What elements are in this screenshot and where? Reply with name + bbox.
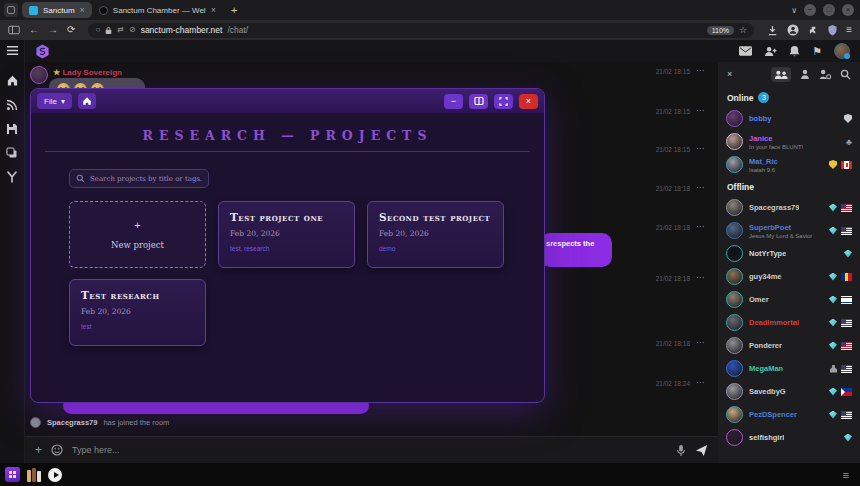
profile-icon[interactable] <box>800 69 810 80</box>
member-avatar[interactable] <box>726 291 743 308</box>
tab-sanctum[interactable]: Sanctum × <box>22 2 92 18</box>
shield-icon[interactable] <box>828 25 837 36</box>
project-search[interactable] <box>69 169 209 188</box>
member-row[interactable]: NotYrType <box>726 242 852 265</box>
tracking-blocked-icon[interactable]: ⊘ <box>129 26 136 34</box>
more-options-icon[interactable]: ⋯ <box>696 145 704 153</box>
message-author[interactable]: ★ Lady Sovereign <box>53 68 122 77</box>
forward-button[interactable]: → <box>48 25 58 35</box>
attach-plus-icon[interactable]: + <box>35 444 42 456</box>
member-avatar[interactable] <box>726 337 743 354</box>
rail-menu-icon[interactable] <box>6 45 19 56</box>
member-row[interactable]: Omer <box>726 288 852 311</box>
tab-close-icon[interactable]: × <box>80 5 85 15</box>
member-avatar[interactable] <box>726 245 743 262</box>
member-row[interactable]: guy34me <box>726 265 852 288</box>
modal-split-view-button[interactable] <box>469 94 488 109</box>
member-row[interactable]: Mat_Ric Isaiah 9:6 <box>726 153 852 176</box>
more-options-icon[interactable]: ⋯ <box>696 107 704 115</box>
rss-icon[interactable] <box>6 99 18 111</box>
message-input[interactable] <box>72 445 667 455</box>
modal-minimize-button[interactable]: − <box>444 94 463 109</box>
container-icon[interactable]: ⇄ <box>117 26 124 34</box>
url-bar[interactable]: ○ ⇄ ⊘ sanctum-chamber.net/chat/ 110% ☆ <box>88 23 754 38</box>
modal-fullscreen-button[interactable] <box>494 94 513 109</box>
send-icon[interactable] <box>695 444 708 457</box>
account-icon[interactable] <box>787 24 799 36</box>
modal-header[interactable]: File ▾ − × <box>31 89 544 113</box>
member-row[interactable]: bobby <box>726 107 852 130</box>
emoji-picker-icon[interactable] <box>51 444 63 456</box>
back-button[interactable]: ← <box>29 25 39 35</box>
zoom-level-badge[interactable]: 110% <box>707 26 734 35</box>
bookmark-star-icon[interactable]: ☆ <box>739 25 747 35</box>
member-avatar[interactable] <box>726 199 743 216</box>
messages-icon[interactable] <box>739 46 752 56</box>
member-row[interactable]: selfishgirl <box>726 426 852 449</box>
sidebar-close-icon[interactable]: × <box>727 69 732 79</box>
window-minimize-button[interactable]: − <box>804 4 816 16</box>
member-row[interactable]: Janice In your face BLUNT! ♣ <box>726 130 852 153</box>
more-options-icon[interactable]: ⋯ <box>696 379 704 387</box>
branch-icon[interactable] <box>6 171 18 183</box>
member-row[interactable]: SavedbyG <box>726 380 852 403</box>
sanctum-logo[interactable] <box>35 44 50 59</box>
more-options-icon[interactable]: ⋯ <box>696 67 704 75</box>
report-flag-icon[interactable]: ⚑ <box>812 46 822 57</box>
copy-icon[interactable] <box>6 147 18 159</box>
more-options-icon[interactable]: ⋯ <box>696 274 704 282</box>
more-options-icon[interactable]: ⋯ <box>696 339 704 347</box>
new-project-card[interactable]: + New project <box>69 201 206 268</box>
member-row[interactable]: DeadImmortal <box>726 311 852 334</box>
new-tab-button[interactable]: + <box>231 4 237 16</box>
project-card[interactable]: Test research Feb 20, 2026 test <box>69 279 206 346</box>
taskbar-menu-icon[interactable]: ≡ <box>843 469 855 481</box>
member-search-icon[interactable] <box>840 69 851 80</box>
project-card[interactable]: Second test project Feb 20, 2026 demo <box>367 201 504 268</box>
member-avatar[interactable] <box>726 383 743 400</box>
author-avatar[interactable] <box>30 66 48 84</box>
home-icon[interactable] <box>6 74 19 87</box>
members-tab[interactable] <box>771 67 791 82</box>
more-options-icon[interactable]: ⋯ <box>696 184 704 192</box>
modal-home-button[interactable] <box>78 93 96 109</box>
browser-menu-icon[interactable]: ≡ <box>846 25 852 35</box>
member-row[interactable]: Spacegrass79 <box>726 196 852 219</box>
member-row[interactable]: PezDSpencer <box>726 403 852 426</box>
reload-button[interactable]: ⟳ <box>67 25 75 35</box>
taskbar-library-icon[interactable] <box>27 468 41 482</box>
extensions-icon[interactable] <box>808 25 819 36</box>
sidebar-toggle-icon[interactable] <box>8 24 20 36</box>
own-avatar[interactable] <box>834 43 850 59</box>
member-avatar[interactable] <box>726 360 743 377</box>
member-avatar[interactable] <box>726 133 743 150</box>
member-avatar[interactable] <box>726 268 743 285</box>
download-icon[interactable] <box>767 25 778 36</box>
chat-message-bubble[interactable]: srespects the <box>540 233 612 267</box>
member-avatar[interactable] <box>726 314 743 331</box>
member-avatar[interactable] <box>726 156 743 173</box>
window-list-icon[interactable] <box>4 3 18 17</box>
modal-close-button[interactable]: × <box>519 94 538 109</box>
notifications-bell-icon[interactable] <box>789 45 800 57</box>
save-icon[interactable] <box>6 123 18 135</box>
member-row[interactable]: Ponderer <box>726 334 852 357</box>
file-menu-button[interactable]: File ▾ <box>37 93 72 109</box>
mic-icon[interactable] <box>676 444 686 457</box>
window-maximize-button[interactable]: □ <box>823 4 835 16</box>
author-name[interactable]: Lady Sovereign <box>62 68 122 77</box>
member-settings-icon[interactable] <box>819 69 831 80</box>
window-close-button[interactable]: × <box>842 4 854 16</box>
member-avatar[interactable] <box>726 110 743 127</box>
taskbar-media-icon[interactable] <box>48 468 62 482</box>
more-options-icon[interactable]: ⋯ <box>696 223 704 231</box>
member-avatar[interactable] <box>726 406 743 423</box>
add-friend-icon[interactable] <box>764 46 777 57</box>
system-username[interactable]: Spacegrass79 <box>47 418 97 427</box>
tab-close-icon[interactable]: × <box>211 5 216 15</box>
member-row[interactable]: SuperbPoet Jesus My Lord & Savior <box>726 219 852 242</box>
project-card[interactable]: Test project one Feb 20, 2026 test, rese… <box>218 201 355 268</box>
taskbar-app-icon[interactable] <box>5 467 20 482</box>
member-avatar[interactable] <box>726 429 743 446</box>
site-info-icon[interactable]: ○ <box>95 26 100 34</box>
